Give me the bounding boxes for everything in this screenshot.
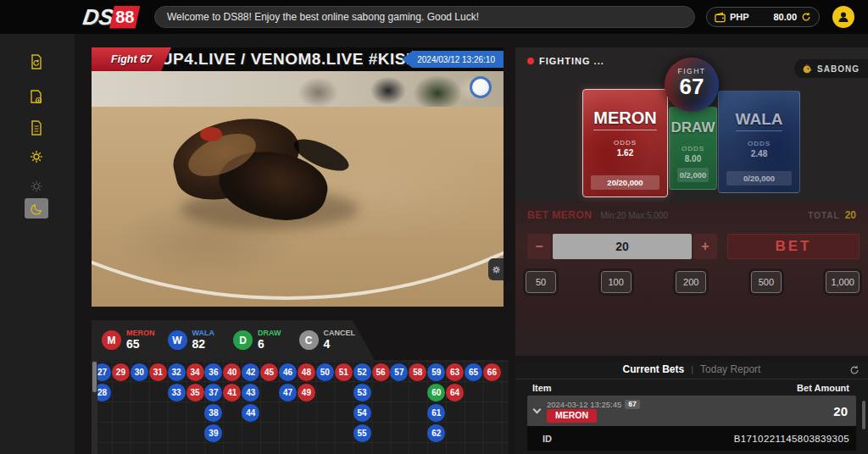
bet-id-value: B1710221145803839305 (734, 434, 849, 444)
result-dot-55: 55 (353, 424, 371, 442)
video-frame (92, 71, 504, 307)
rooster-comb (200, 127, 222, 141)
bet-card-draw[interactable]: DRAW ODDS 8.00 0/2,000 (669, 107, 717, 190)
result-dot-54: 54 (353, 404, 371, 422)
chip-1,000[interactable]: 1,000 (826, 271, 860, 293)
wala-pool-total: 0/20,000 (726, 171, 792, 185)
fight-status: FIGHTING ... (527, 56, 604, 66)
meron-marker: M (102, 330, 121, 350)
welcome-marquee: Welcome to DS88! Enjoy the best online s… (154, 6, 695, 28)
meron-label: MERON (593, 108, 656, 130)
stream-timestamp-badge: 2024/03/12 13:26:10 (402, 51, 504, 68)
result-dot-63: 63 (446, 363, 464, 381)
dark-mode-toggle[interactable] (25, 198, 48, 219)
bets-scrollbar-thumb[interactable] (862, 401, 865, 429)
result-dot-46: 46 (279, 363, 297, 381)
result-dot-53: 53 (353, 384, 371, 401)
user-avatar[interactable] (832, 6, 854, 28)
result-dot-66: 66 (483, 363, 501, 381)
draw-marker: D (233, 330, 253, 350)
bet-limits: Min:20 Max:5,000 (601, 211, 669, 220)
tab-separator: | (691, 364, 693, 374)
decrease-amount-button[interactable]: − (527, 234, 551, 259)
bet-card-wala[interactable]: WALA ODDS 2.48 0/20,000 (718, 91, 800, 193)
live-video-player[interactable]: UCUP4.LIVE / VENOM8.LIVE #KISKISAN Fight… (92, 47, 504, 307)
transaction-record-icon[interactable] (24, 85, 49, 110)
chip-200[interactable]: 200 (676, 271, 706, 293)
sun-icon (30, 180, 43, 193)
provider-badge[interactable]: SABONG (794, 59, 868, 78)
result-dot-49: 49 (298, 384, 315, 401)
current-bets-panel: Current Bets | Today Report Item Bet Amo… (515, 360, 868, 454)
result-dot-35: 35 (186, 384, 204, 401)
bet-detail-row: IDB1710221145803839305 (527, 426, 856, 451)
meron-count: 65 (126, 338, 155, 351)
result-dot-64: 64 (446, 384, 464, 401)
wallet-icon (715, 12, 726, 23)
bet-card-meron[interactable]: MERON ODDS 1.62 20/20,000 (582, 89, 668, 197)
wala-odds-value: 2.48 (751, 149, 767, 158)
summary-cancel: CCANCEL4 (299, 329, 365, 351)
result-dot-62: 62 (427, 424, 445, 442)
ds88-logo[interactable]: DS 88 (83, 3, 140, 31)
wala-label: WALA (736, 110, 783, 131)
draw-label: DRAW (671, 119, 715, 136)
result-dot-60: 60 (427, 384, 445, 401)
chip-100[interactable]: 100 (601, 271, 632, 293)
wallet-balance[interactable]: PHP 80.00 (706, 7, 820, 27)
result-dot-39: 39 (204, 424, 222, 442)
result-dot-42: 42 (242, 363, 259, 381)
result-dot-57: 57 (390, 363, 408, 381)
result-dot-37: 37 (204, 384, 222, 401)
grid-scrollbar[interactable] (92, 360, 97, 454)
meron-odds-value: 1.62 (617, 148, 633, 158)
result-dot-32: 32 (168, 363, 186, 381)
refresh-bets-icon[interactable] (849, 363, 860, 379)
bets-column-headers: Item Bet Amount (515, 379, 868, 396)
game-rules-icon[interactable] (24, 115, 49, 141)
chip-500[interactable]: 500 (751, 271, 782, 293)
result-dot-51: 51 (335, 363, 353, 381)
tab-current-bets[interactable]: Current Bets (623, 363, 685, 375)
refresh-balance-icon[interactable] (801, 12, 811, 22)
rooster-icon (801, 63, 813, 75)
bet-amount-input[interactable] (553, 234, 692, 259)
light-mode-toggle[interactable] (25, 176, 48, 197)
total-value: 20 (845, 209, 856, 221)
result-dot-40: 40 (223, 363, 241, 381)
result-dot-34: 34 (186, 363, 204, 381)
tab-today-report[interactable]: Today Report (700, 363, 760, 375)
result-dot-61: 61 (427, 404, 445, 422)
result-dot-44: 44 (242, 404, 259, 422)
bet-info-row: BET MERON Min:20 Max:5,000 TOTAL 20 (527, 208, 856, 222)
bet-row[interactable]: 2024-03-12 13:25:4567MERON20 (527, 396, 856, 426)
betting-panel: FIGHTING ... SABONG MERON ODDS 1.62 20/2… (515, 47, 868, 356)
chip-50[interactable]: 50 (526, 271, 556, 293)
result-dot-38: 38 (204, 404, 222, 422)
result-dot-45: 45 (260, 363, 278, 381)
bet-datetime: 2024-03-12 13:25:4567 (547, 400, 640, 410)
summary-wala: WWALA82 (168, 329, 234, 351)
grid-scrollbar-thumb[interactable] (92, 362, 97, 392)
result-dot-31: 31 (149, 363, 167, 381)
chevron-down-icon[interactable] (533, 406, 542, 414)
result-dot-50: 50 (316, 363, 334, 381)
draw-pool-total: 0/2,000 (677, 168, 709, 182)
bet-record-icon[interactable] (24, 49, 49, 75)
result-dot-58: 58 (409, 363, 426, 381)
fight-number: 67 (680, 75, 704, 98)
bets-header: Current Bets | Today Report (515, 360, 868, 379)
video-quality-button[interactable] (488, 258, 504, 280)
result-dot-47: 47 (279, 384, 297, 401)
gear-icon (492, 265, 501, 274)
bet-side-badge: MERON (547, 409, 597, 422)
summary-meron: MMERON65 (102, 329, 168, 351)
summary-draw: DDRAW6 (233, 329, 299, 351)
results-summary-bar: MMERON65WWALA82DDRAW6CCANCEL4 (92, 320, 375, 360)
settings-icon[interactable] (24, 144, 49, 169)
increase-amount-button[interactable]: + (693, 234, 717, 259)
cancel-count: 4 (324, 338, 356, 351)
place-bet-button[interactable]: BET (727, 234, 860, 259)
cancel-marker: C (299, 330, 319, 350)
wala-odds-label: ODDS (748, 140, 771, 147)
